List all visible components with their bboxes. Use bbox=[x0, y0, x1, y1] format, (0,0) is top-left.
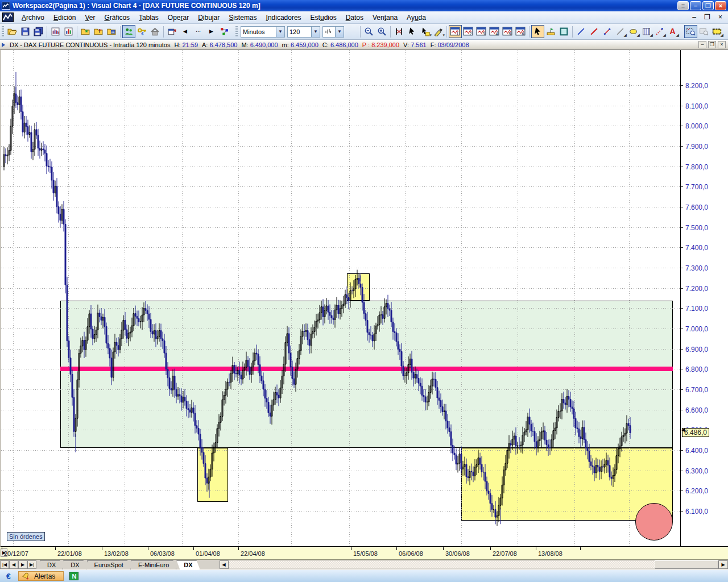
window-6-button[interactable]: 6 bbox=[514, 25, 527, 38]
trendline-gray-tool[interactable]: ◢ bbox=[614, 25, 627, 38]
segment-red-tool[interactable] bbox=[601, 25, 614, 38]
window-4-button[interactable]: 4 bbox=[488, 25, 501, 38]
bar-compression-button[interactable] bbox=[392, 25, 406, 38]
tabbar-scroll-right-button[interactable]: ▶ bbox=[718, 560, 728, 569]
nav-next-button[interactable]: ▶ bbox=[205, 25, 218, 38]
menu-dibujar[interactable]: Dibujar bbox=[193, 12, 224, 23]
time-zones-tool[interactable]: ◢ bbox=[640, 25, 653, 38]
menu-indicadores[interactable]: Indicadores bbox=[262, 12, 306, 23]
sheet-tab-e-minieuro-3[interactable]: E-MiniEuro bbox=[131, 560, 176, 569]
svg-text:1: 1 bbox=[457, 32, 459, 36]
chart-close-button[interactable]: × bbox=[718, 41, 726, 48]
chart-restore-button[interactable]: ❐ bbox=[708, 41, 716, 48]
menu-tablas[interactable]: Tablas bbox=[134, 12, 163, 23]
tab-next-button[interactable]: ▶ bbox=[18, 560, 27, 569]
text-tool[interactable]: A ◢ bbox=[666, 25, 679, 38]
new-histogram-button[interactable] bbox=[62, 25, 75, 38]
tab-prev-button[interactable]: ◀ bbox=[9, 560, 18, 569]
mdi-restore-button[interactable]: ❐ bbox=[703, 14, 712, 21]
menu-ayuda[interactable]: Ayuda bbox=[402, 12, 431, 23]
price-axis[interactable]: 8.200,08.100,08.000,07.900,07.800,07.700… bbox=[680, 50, 728, 547]
chart-type-dropdown-icon[interactable]: ▼ bbox=[335, 27, 344, 37]
period-combobox[interactable]: Minutos ▼ bbox=[241, 26, 285, 38]
mdi-minimize-button[interactable]: – bbox=[690, 14, 698, 21]
properties-button[interactable] bbox=[166, 25, 179, 38]
save-all-button[interactable] bbox=[32, 25, 45, 38]
menu-estudios[interactable]: Estudios bbox=[306, 12, 341, 23]
close-button[interactable]: × bbox=[715, 1, 726, 10]
window-3-button[interactable]: 3 bbox=[475, 25, 488, 38]
dotted-line-tool[interactable]: ◢ bbox=[653, 25, 666, 38]
menu-graficos[interactable]: Gráficos bbox=[100, 12, 134, 23]
sheet-tab-dx-4[interactable]: DX bbox=[176, 560, 200, 569]
zoom-in-button[interactable] bbox=[375, 25, 388, 38]
window-2-button[interactable]: 2 bbox=[462, 25, 475, 38]
menu-archivo[interactable]: Archivo bbox=[17, 12, 49, 23]
window-5-button[interactable]: 5 bbox=[501, 25, 514, 38]
mdi-close-button[interactable]: × bbox=[716, 14, 725, 21]
time-axis[interactable]: ▶ 20/12/0722/01/0813/02/0806/03/0801/04/… bbox=[0, 547, 728, 560]
euro-feed-icon[interactable]: € bbox=[3, 572, 14, 581]
sheet-tab-eurusspot-2[interactable]: EurusSpot bbox=[87, 560, 131, 569]
sheet-tab-dx-1[interactable]: DX bbox=[63, 560, 86, 569]
news-badge-icon[interactable]: N bbox=[69, 572, 78, 580]
toolbar-grip[interactable] bbox=[2, 26, 4, 38]
open-workspace-button[interactable] bbox=[6, 25, 19, 38]
new-chart-button[interactable] bbox=[49, 25, 62, 38]
trendline-blue-tool[interactable] bbox=[574, 25, 588, 38]
pointer-data-button[interactable] bbox=[406, 25, 419, 38]
tabbar-scrollbar-track[interactable] bbox=[229, 561, 655, 568]
menu-operar[interactable]: Operar bbox=[163, 12, 193, 23]
zoom-region-tool[interactable] bbox=[684, 25, 697, 38]
price-axis-label: 6.600,0 bbox=[685, 406, 708, 414]
open-table-folder-button[interactable] bbox=[105, 25, 118, 38]
link-windows-button[interactable] bbox=[218, 25, 231, 38]
trading-accounts-button[interactable] bbox=[122, 25, 135, 38]
chart-minimize-button[interactable]: – bbox=[698, 41, 706, 48]
menu-edicion[interactable]: Edición bbox=[49, 12, 80, 23]
open-chart-folder-button[interactable] bbox=[79, 25, 92, 38]
zoom-out-button[interactable] bbox=[362, 25, 375, 38]
circle-annotation[interactable] bbox=[635, 503, 673, 541]
measure-tool-button[interactable] bbox=[544, 25, 557, 38]
home-button[interactable] bbox=[148, 25, 162, 38]
select-pointer-button[interactable] bbox=[531, 25, 544, 38]
chart-type-combobox[interactable]: ▼ bbox=[322, 26, 344, 38]
key-euro-button[interactable]: € bbox=[135, 25, 148, 38]
zoom-region-alt-tool[interactable] bbox=[697, 25, 710, 38]
tab-first-button[interactable]: |◀ bbox=[0, 560, 9, 569]
interval-dropdown-icon[interactable]: ▼ bbox=[311, 27, 320, 37]
alerts-panel[interactable]: Alertas bbox=[18, 571, 64, 581]
chart-plot-area[interactable]: Sin órdenes bbox=[0, 50, 680, 547]
menu-ventana[interactable]: Ventana bbox=[368, 12, 402, 23]
save-button[interactable] bbox=[19, 25, 32, 38]
window-shade-button[interactable]: ≡ bbox=[677, 1, 689, 10]
highlighter-tool-button[interactable]: ▾ bbox=[432, 25, 445, 38]
ellipse-tool[interactable]: ◢ bbox=[627, 25, 640, 38]
nav-pages-button[interactable]: ⋯ bbox=[192, 25, 205, 38]
open-flag-folder-button[interactable] bbox=[92, 25, 105, 38]
restore-button[interactable]: ❐ bbox=[702, 1, 714, 10]
sheet-tab-dx-0[interactable]: DX bbox=[40, 560, 63, 569]
nav-prev-button[interactable]: ◀ bbox=[179, 25, 192, 38]
price-axis-label: 6.400,0 bbox=[685, 447, 708, 455]
trendline-red-tool[interactable] bbox=[588, 25, 601, 38]
crop-region-tool[interactable]: ◢ bbox=[710, 25, 723, 38]
app-icon bbox=[2, 2, 10, 10]
menu-ver[interactable]: Ver bbox=[80, 12, 100, 23]
window-1-button[interactable]: 1 bbox=[449, 25, 462, 38]
title-bar[interactable]: Workspace2(Página 1) : Visual Chart 4 - … bbox=[0, 0, 728, 11]
svg-text:3: 3 bbox=[483, 32, 485, 36]
interval-combobox[interactable]: 120 ▼ bbox=[287, 26, 320, 38]
tabbar-scrollbar-thumb[interactable] bbox=[655, 560, 718, 569]
menu-sistemas[interactable]: Sistemas bbox=[224, 12, 261, 23]
visual-chart-logo-icon[interactable] bbox=[2, 13, 14, 22]
tab-last-button[interactable]: ▶| bbox=[27, 560, 36, 569]
pointer-note-button[interactable]: ▾ bbox=[419, 25, 432, 38]
frame-tool-button[interactable] bbox=[557, 25, 570, 38]
minimize-button[interactable]: – bbox=[690, 1, 701, 10]
tabbar-scroll-left-button[interactable]: ◀ bbox=[220, 560, 229, 569]
period-dropdown-icon[interactable]: ▼ bbox=[276, 27, 284, 37]
price-axis-label: 7.100,0 bbox=[685, 305, 708, 313]
menu-datos[interactable]: Datos bbox=[341, 12, 368, 23]
